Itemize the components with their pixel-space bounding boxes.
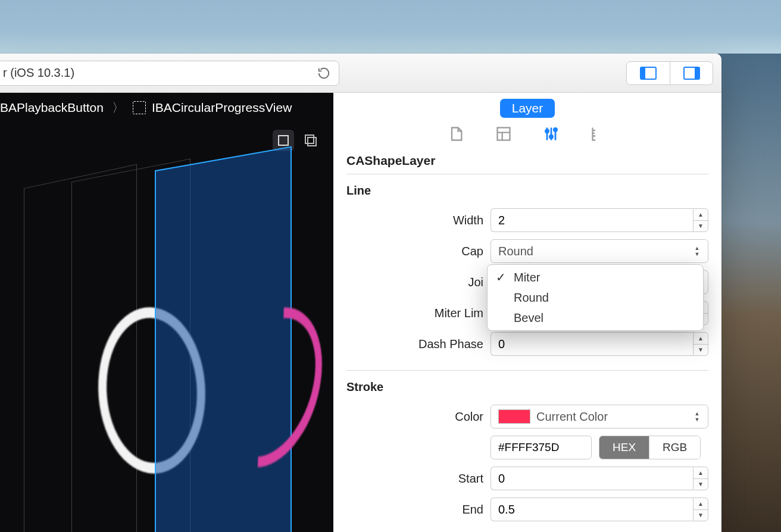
svg-point-15: [554, 128, 557, 131]
miter-limit-label: Miter Lim: [346, 306, 483, 320]
start-input[interactable]: [491, 467, 693, 490]
option-label: Round: [514, 291, 549, 305]
start-stepper[interactable]: ▲▼: [693, 467, 708, 490]
color-select[interactable]: Current Color ▲▼: [491, 405, 708, 428]
check-icon: ✓: [496, 270, 506, 284]
cap-select[interactable]: Round ▲▼: [491, 239, 708, 263]
width-input[interactable]: [491, 208, 693, 232]
view-hierarchy-stage[interactable]: [24, 158, 321, 532]
svg-rect-7: [498, 128, 510, 140]
end-label: End: [346, 503, 483, 517]
stroke-heading: Stroke: [333, 379, 721, 401]
svg-rect-1: [641, 67, 645, 79]
cap-value: Round: [498, 245, 533, 258]
end-input[interactable]: [491, 497, 693, 521]
xcode-window: r (iOS 10.3.1) BAPlaybackButton 〉: [0, 54, 721, 532]
join-option-bevel[interactable]: Bevel: [488, 308, 703, 328]
join-dropdown: ✓ Miter Round Bevel: [487, 264, 704, 331]
seg-hex-button[interactable]: HEX: [599, 436, 649, 459]
svg-rect-5: [305, 135, 314, 143]
breadcrumb-label: BAPlaybackButton: [0, 101, 104, 115]
updown-icon: ▲▼: [691, 405, 703, 428]
breadcrumb-label: IBACircularProgressView: [152, 101, 292, 115]
view-debugger-canvas[interactable]: BAPlaybackButton 〉 IBACircularProgressVi…: [0, 93, 333, 532]
join-option-round[interactable]: Round: [488, 287, 703, 308]
divider: [346, 370, 708, 371]
chevron-right-icon: 〉: [112, 99, 124, 116]
tab-file-icon[interactable]: [447, 125, 465, 143]
width-label: Width: [346, 214, 483, 227]
view-icon: [133, 101, 146, 114]
inspector-panel: Layer CAShapeLayer Line W: [333, 93, 721, 532]
toolbar: r (iOS 10.3.1): [0, 54, 721, 93]
breadcrumb: BAPlaybackButton 〉 IBACircularProgressVi…: [0, 93, 333, 123]
cap-label: Cap: [346, 245, 483, 258]
color-name: Current Color: [536, 410, 608, 424]
svg-rect-6: [308, 137, 316, 146]
tab-attributes-icon[interactable]: [542, 125, 560, 143]
inspector-tabstrip: [333, 121, 721, 151]
color-swatch: [498, 409, 530, 424]
join-option-miter[interactable]: ✓ Miter: [488, 267, 703, 287]
class-name-heading: CAShapeLayer: [333, 151, 721, 174]
color-label: Color: [346, 410, 483, 424]
dash-stepper[interactable]: ▲▼: [693, 332, 708, 356]
color-hex-input[interactable]: [491, 436, 592, 459]
view-mode-stack-button[interactable]: [300, 130, 321, 151]
reload-icon[interactable]: [317, 67, 330, 80]
toggle-right-panel-button[interactable]: [670, 62, 713, 85]
end-stepper[interactable]: ▲▼: [693, 497, 708, 521]
run-destination-field[interactable]: r (iOS 10.3.1): [0, 61, 339, 86]
inspector-scope-pill[interactable]: Layer: [500, 99, 555, 118]
svg-rect-3: [695, 67, 699, 79]
divider: [346, 174, 708, 174]
dash-phase-label: Dash Phase: [346, 337, 483, 351]
tab-size-icon[interactable]: [590, 125, 608, 143]
option-label: Bevel: [514, 311, 543, 325]
line-heading: Line: [333, 183, 721, 205]
color-format-segment: HEX RGB: [599, 436, 701, 459]
svg-point-13: [545, 130, 548, 133]
tab-layout-icon[interactable]: [495, 125, 513, 143]
dash-phase-input[interactable]: [491, 332, 693, 356]
svg-point-14: [549, 135, 552, 138]
desktop-wallpaper: [716, 54, 781, 532]
toggle-left-panel-button[interactable]: [627, 62, 670, 85]
breadcrumb-item[interactable]: BAPlaybackButton: [0, 101, 104, 115]
seg-rgb-button[interactable]: RGB: [649, 436, 700, 459]
breadcrumb-item[interactable]: IBACircularProgressView: [133, 101, 292, 115]
updown-icon: ▲▼: [691, 240, 703, 262]
option-label: Miter: [514, 271, 540, 284]
join-label: Joi: [346, 276, 483, 289]
panel-toggle-group: [626, 61, 713, 85]
width-stepper[interactable]: ▲▼: [693, 208, 708, 232]
start-label: Start: [346, 472, 483, 486]
svg-rect-4: [279, 136, 288, 145]
run-destination-text: r (iOS 10.3.1): [3, 66, 74, 80]
